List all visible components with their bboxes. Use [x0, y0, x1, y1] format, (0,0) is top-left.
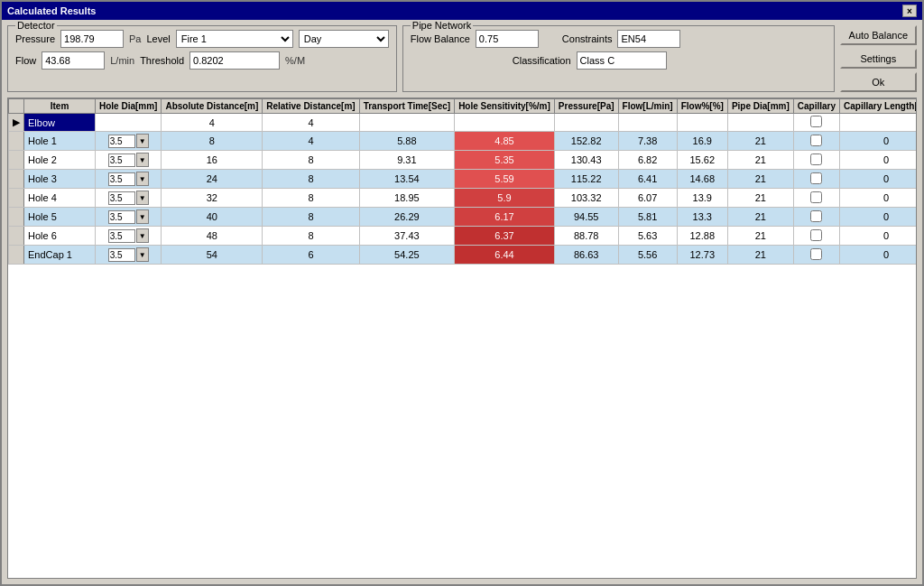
capillary-checkbox[interactable] — [810, 172, 822, 184]
cell-flow-pct — [677, 114, 727, 132]
cell-transport: 54.25 — [359, 246, 455, 265]
cell-transport: 18.95 — [359, 189, 455, 208]
flow-row: Flow L/min Threshold %/M — [15, 51, 389, 70]
hole-dia-dropdown[interactable]: ▼ — [136, 209, 149, 224]
pressure-row: Pressure Pa Level Fire 1 Fire 2 Alert Da… — [15, 30, 389, 48]
hole-dia-input[interactable] — [108, 229, 135, 243]
cell-cap-length: 0 — [840, 227, 917, 246]
cell-item: Hole 3 — [24, 170, 96, 189]
cell-capillary[interactable] — [793, 132, 839, 151]
cell-item: Hole 1 — [24, 132, 96, 151]
capillary-checkbox[interactable] — [810, 116, 822, 127]
hole-dia-input[interactable] — [108, 172, 135, 186]
flow-unit: L/min — [110, 55, 134, 66]
cell-flow: 6.82 — [618, 151, 677, 170]
cell-capillary[interactable] — [793, 189, 839, 208]
capillary-checkbox[interactable] — [810, 153, 822, 165]
hole-dia-input[interactable] — [108, 135, 135, 148]
cell-pressure: 86.63 — [554, 246, 618, 265]
threshold-label: Threshold — [140, 55, 184, 66]
flow-balance-input[interactable] — [476, 30, 539, 48]
hole-dia-dropdown[interactable]: ▼ — [136, 191, 149, 205]
cell-capillary[interactable] — [793, 151, 839, 170]
hole-dia-dropdown[interactable]: ▼ — [136, 228, 149, 243]
cell-hole-dia — [96, 114, 162, 132]
cell-cap-length: 0 — [840, 170, 917, 189]
col-selector — [9, 99, 24, 114]
cell-pressure: 103.32 — [554, 189, 618, 208]
cell-cap-length: 0 — [840, 189, 917, 208]
pressure-input[interactable] — [60, 30, 124, 48]
hole-dia-input[interactable] — [108, 210, 135, 224]
cell-rel-dist: 4 — [263, 114, 359, 132]
cell-item[interactable] — [24, 114, 96, 132]
cell-abs-dist: 8 — [162, 132, 263, 151]
top-panels: Detector Pressure Pa Level Fire 1 Fire 2… — [7, 25, 917, 92]
constraints-label: Constraints — [562, 33, 613, 44]
cell-flow-pct: 13.9 — [677, 189, 727, 208]
cell-flow-pct: 14.68 — [677, 170, 727, 189]
capillary-checkbox[interactable] — [810, 229, 822, 241]
cell-capillary[interactable] — [793, 227, 839, 246]
cell-transport — [359, 114, 455, 132]
cell-flow-pct: 13.3 — [677, 208, 727, 227]
ok-button[interactable]: Ok — [840, 72, 917, 92]
row-selector: ▶ — [9, 114, 24, 132]
col-cap-length: Capillary Length[m] — [840, 99, 917, 114]
hole-dia-dropdown[interactable]: ▼ — [136, 247, 149, 262]
results-table: Item Hole Dia[mm] Absolute Distance[m] R… — [8, 98, 917, 265]
cell-flow: 7.38 — [618, 132, 677, 151]
capillary-checkbox[interactable] — [810, 135, 822, 146]
cell-pressure — [554, 114, 618, 132]
hole-dia-input[interactable] — [108, 153, 135, 167]
table-row: EndCap 1▼54654.256.4486.635.5612.732100 — [9, 246, 918, 265]
classification-input[interactable] — [577, 51, 667, 70]
cell-flow-pct: 12.88 — [677, 227, 727, 246]
row-selector — [9, 170, 24, 189]
cell-cap-length: 0 — [840, 208, 917, 227]
flow-balance-label: Flow Balance — [411, 33, 470, 44]
cell-cap-length: 0 — [840, 132, 917, 151]
cell-sensitivity: 5.9 — [455, 189, 555, 208]
cell-transport: 9.31 — [359, 151, 455, 170]
cell-capillary[interactable] — [793, 246, 839, 265]
cell-abs-dist: 24 — [162, 170, 263, 189]
cell-pressure: 130.43 — [554, 151, 618, 170]
table-row: Hole 6▼48837.436.3788.785.6312.882100 — [9, 227, 918, 246]
capillary-checkbox[interactable] — [810, 248, 822, 260]
cell-capillary[interactable] — [793, 170, 839, 189]
constraints-input[interactable] — [617, 30, 680, 48]
capillary-checkbox[interactable] — [810, 210, 822, 222]
table-header-row: Item Hole Dia[mm] Absolute Distance[m] R… — [9, 99, 918, 114]
item-input[interactable] — [28, 117, 91, 128]
flow-input[interactable] — [42, 51, 105, 70]
cell-rel-dist: 4 — [263, 132, 359, 151]
cell-item: Hole 5 — [24, 208, 96, 227]
hole-dia-input[interactable] — [108, 248, 135, 262]
auto-balance-button[interactable]: Auto Balance — [840, 25, 917, 45]
day-select[interactable]: Day Night — [299, 30, 389, 48]
cell-capillary[interactable] — [793, 114, 839, 132]
cell-flow-pct: 12.73 — [677, 246, 727, 265]
flow-balance-row: Flow Balance Constraints — [411, 30, 827, 48]
threshold-input[interactable] — [189, 51, 280, 70]
table-row: Hole 5▼40826.296.1794.555.8113.32100 — [9, 208, 918, 227]
cell-hole-dia: ▼ — [96, 227, 162, 246]
hole-dia-dropdown[interactable]: ▼ — [136, 172, 149, 186]
cell-pipe-dia: 21 — [727, 151, 793, 170]
cell-sensitivity: 6.44 — [455, 246, 555, 265]
cell-capillary[interactable] — [793, 208, 839, 227]
hole-dia-dropdown[interactable]: ▼ — [136, 134, 149, 148]
hole-dia-input[interactable] — [108, 191, 135, 205]
hole-dia-dropdown[interactable]: ▼ — [136, 153, 149, 167]
cell-flow: 6.07 — [618, 189, 677, 208]
col-pipe-dia: Pipe Dia[mm] — [727, 99, 793, 114]
level-select[interactable]: Fire 1 Fire 2 Alert — [176, 30, 293, 48]
settings-button[interactable]: Settings — [840, 49, 917, 69]
table-row: Hole 4▼32818.955.9103.326.0713.92100 — [9, 189, 918, 208]
table-row: Hole 2▼1689.315.35130.436.8215.622100 — [9, 151, 918, 170]
capillary-checkbox[interactable] — [810, 191, 822, 203]
close-button[interactable]: × — [902, 5, 917, 17]
level-label: Level — [147, 33, 171, 44]
cell-pressure: 88.78 — [554, 227, 618, 246]
